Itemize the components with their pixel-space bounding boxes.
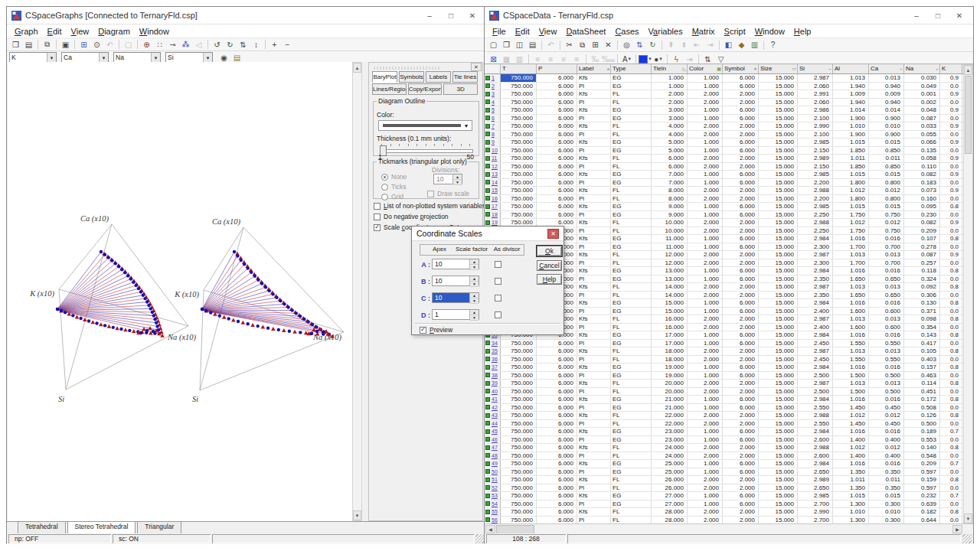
cell-8-color[interactable]: 2.000 [688, 131, 723, 139]
cell-33-label[interactable]: Kfs [577, 331, 611, 339]
cell-7-p[interactable]: 6.000 [537, 122, 577, 130]
cell-34-k[interactable]: 0.0 [940, 340, 962, 347]
row-header-1[interactable]: 1 [485, 74, 501, 82]
cell-5-type[interactable]: EG [611, 106, 652, 114]
cell-24-size[interactable]: 15.000 [759, 259, 798, 267]
cell-41-na[interactable]: 0.172 [904, 396, 940, 403]
cell-50-na[interactable]: 0.597 [904, 468, 940, 476]
cell-15-k[interactable]: 0.9 [940, 187, 962, 194]
cell-21-tieln[interactable]: 11.000 [652, 235, 688, 243]
zoom-out-button[interactable]: − [281, 39, 294, 50]
cell-43-color[interactable]: 2.000 [688, 412, 723, 419]
cell-48-label[interactable]: Pl [577, 452, 611, 460]
cell-2-p[interactable]: 6.000 [537, 83, 577, 90]
cell-30-ca[interactable]: 0.600 [869, 308, 904, 315]
cell-37-p[interactable]: 6.000 [537, 364, 577, 371]
cell-56-type[interactable]: FL [611, 517, 652, 524]
cell-46-na[interactable]: 0.553 [904, 436, 940, 444]
cell-24-si[interactable]: 2.300 [798, 259, 833, 267]
panel-tab-copy-export[interactable]: Copy/Export [408, 83, 443, 95]
cell-31-si[interactable]: 2.987 [798, 315, 833, 323]
cell-4-al[interactable]: 1.940 [833, 99, 869, 106]
row-header-47[interactable]: 47 [485, 444, 501, 452]
cell-25-si[interactable]: 2.984 [798, 267, 833, 275]
cell-23-si[interactable]: 2.987 [798, 251, 833, 259]
cell-40-type[interactable]: FL [611, 388, 652, 396]
cell-41-k[interactable]: 0.8 [940, 396, 962, 403]
cell-43-na[interactable]: 0.126 [904, 412, 940, 419]
cell-4-k[interactable]: 0.0 [940, 99, 962, 106]
cell-35-p[interactable]: 6.000 [537, 347, 577, 355]
row-header-3[interactable]: 3 [485, 90, 501, 98]
row-header-53[interactable]: 53 [485, 492, 501, 500]
scroll-left-icon[interactable]: ◀ [485, 525, 495, 533]
cell-7-al[interactable]: 1.010 [833, 122, 869, 130]
cell-52-t[interactable]: 750.000 [501, 484, 537, 492]
cell-34-size[interactable]: 15.000 [759, 340, 798, 347]
cell-33-k[interactable]: 0.8 [940, 331, 962, 339]
cell-29-al[interactable]: 1.016 [833, 299, 869, 307]
cell-55-t[interactable]: 750.000 [501, 508, 537, 516]
cell-25-color[interactable]: 1.000 [688, 267, 723, 275]
cell-36-p[interactable]: 6.000 [537, 356, 577, 364]
graphs-menu-diagram[interactable]: Diagram [93, 26, 135, 37]
cell-9-symbol[interactable]: 6.000 [723, 139, 759, 146]
close-datasheet-button[interactable]: ⊠ [487, 54, 500, 64]
cell-2-label[interactable]: Pl [577, 83, 611, 90]
cell-23-size[interactable]: 15.000 [759, 251, 798, 259]
data-menu-script[interactable]: Script [720, 26, 750, 37]
rotate-right-button[interactable]: ↻ [224, 39, 237, 50]
refresh-button[interactable]: ↻ [646, 40, 659, 51]
cell-35-t[interactable]: 750.000 [501, 347, 537, 355]
filter-button[interactable]: ▽ [714, 54, 727, 64]
cell-28-k[interactable]: 0.0 [940, 292, 962, 299]
cell-39-k[interactable]: 0.8 [940, 380, 962, 387]
cell-34-tieln[interactable]: 17.000 [652, 340, 688, 347]
show-points-button[interactable]: ∷ [153, 39, 166, 50]
cell-50-symbol[interactable]: 6.000 [723, 468, 759, 476]
cell-4-color[interactable]: 2.000 [688, 99, 723, 106]
row-header-16[interactable]: 16 [485, 195, 501, 203]
cell-56-p[interactable]: 6.000 [537, 517, 577, 524]
cell-6-type[interactable]: EG [611, 115, 652, 122]
cell-39-t[interactable]: 750.000 [501, 380, 537, 387]
cell-51-p[interactable]: 6.000 [537, 476, 577, 484]
cell-40-al[interactable]: 1.500 [833, 388, 869, 396]
cell-6-k[interactable]: 0.0 [940, 115, 962, 122]
cell-43-type[interactable]: FL [611, 412, 652, 419]
cell-37-al[interactable]: 1.016 [833, 364, 869, 371]
cell-27-na[interactable]: 0.092 [904, 283, 940, 291]
close-icon[interactable]: ✕ [949, 8, 970, 23]
cell-43-ca[interactable]: 0.012 [869, 412, 904, 419]
cell-50-size[interactable]: 15.000 [759, 468, 798, 476]
select-region-button[interactable]: ▢ [122, 39, 135, 50]
as-divisor-checkbox-a[interactable] [495, 261, 501, 268]
cell-49-tieln[interactable]: 25.000 [652, 460, 688, 468]
cell-49-type[interactable]: EG [611, 460, 652, 468]
cell-35-size[interactable]: 15.000 [759, 347, 798, 355]
cell-18-t[interactable]: 750.000 [501, 211, 537, 219]
cell-56-size[interactable]: 15.000 [759, 517, 798, 524]
dialog-titlebar[interactable]: Coordinate Scales ✕ [412, 227, 564, 241]
cell-52-size[interactable]: 15.000 [759, 484, 798, 492]
cell-45-al[interactable]: 1.016 [833, 428, 869, 435]
cell-44-al[interactable]: 1.450 [833, 420, 869, 428]
cell-27-type[interactable]: FL [611, 283, 652, 291]
cell-17-p[interactable]: 6.000 [537, 203, 577, 210]
cell-22-al[interactable]: 1.700 [833, 243, 869, 251]
cell-11-al[interactable]: 1.011 [833, 155, 869, 162]
data-menu-view[interactable]: View [534, 26, 562, 37]
as-divisor-checkbox-b[interactable] [495, 278, 501, 285]
resize-grip[interactable] [962, 534, 972, 543]
cell-37-color[interactable]: 1.000 [688, 364, 723, 371]
cell-16-ca[interactable]: 0.800 [869, 195, 904, 203]
ok-button[interactable]: Ok [537, 246, 562, 256]
cell-13-al[interactable]: 1.015 [833, 171, 869, 178]
cell-28-na[interactable]: 0.306 [904, 292, 940, 299]
cell-12-ca[interactable]: 0.850 [869, 163, 904, 171]
column-header-k[interactable]: K [940, 64, 962, 73]
scale-factor-spinner-c[interactable]: 10▲▼ [432, 292, 479, 303]
cell-16-k[interactable]: 0.0 [940, 195, 962, 203]
cell-7-na[interactable]: 0.033 [904, 122, 940, 130]
cell-4-t[interactable]: 750.000 [501, 99, 537, 106]
